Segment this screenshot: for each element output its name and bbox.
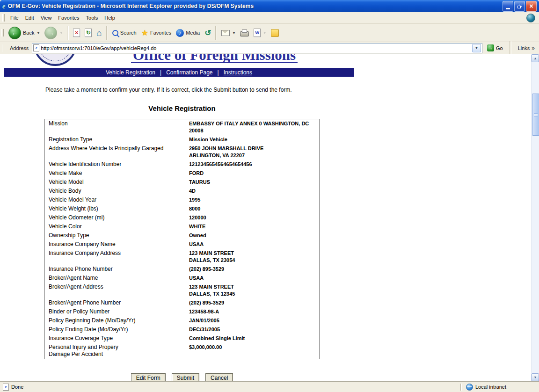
scroll-up-button[interactable]: ▲ <box>532 54 539 62</box>
history-button[interactable]: ↺ <box>202 28 213 38</box>
stop-button[interactable]: × <box>71 27 82 38</box>
menu-favorites[interactable]: Favorites <box>55 14 82 22</box>
field-row: Vehicle Odometer (mi)120000 <box>45 213 320 222</box>
links-label: Links <box>518 45 530 51</box>
field-label: Mission <box>45 119 188 136</box>
field-value: Mission Vehicle <box>187 135 320 144</box>
mail-dropdown-icon[interactable]: ▼ <box>232 31 235 35</box>
field-value: 1212345654564654654456 <box>187 160 320 169</box>
scrollbar-thumb[interactable] <box>532 94 539 136</box>
field-label: Vehicle Identification Number <box>45 160 188 169</box>
field-row: Vehicle Identification Number12123456545… <box>45 160 320 169</box>
nav-instructions-link[interactable]: Instructions <box>219 69 257 76</box>
close-button[interactable]: × <box>526 1 537 12</box>
security-zone-label: Local intranet <box>475 384 506 390</box>
menu-bar: File Edit View Favorites Tools Help <box>0 12 539 24</box>
field-value: 8000 <box>187 204 320 213</box>
window-title: OFM E-Gov: Vehicle Registration - Micros… <box>8 3 500 9</box>
mail-icon <box>221 30 230 36</box>
field-row: Policy Beginning Date (Mo/Day/Yr)JAN/01/… <box>45 316 320 325</box>
vertical-scrollbar[interactable]: ▲ ▼ <box>531 54 539 381</box>
field-row: Vehicle Weight (lbs)8000 <box>45 204 320 213</box>
field-label: Vehicle Weight (lbs) <box>45 204 188 213</box>
home-button[interactable]: ⌂ <box>94 27 104 39</box>
ofm-seal-logo <box>34 54 77 66</box>
restore-button[interactable] <box>514 1 525 12</box>
forward-button[interactable]: → ▼ <box>42 25 65 41</box>
field-value: 120000 <box>187 213 320 222</box>
word-icon: W <box>254 29 261 37</box>
submit-button[interactable]: Submit <box>172 373 199 381</box>
field-value: USAA <box>187 240 320 249</box>
field-row: Insurance Company NameUSAA <box>45 240 320 249</box>
links-bar[interactable]: Links » <box>515 45 538 51</box>
field-value: 2950 JOHN MARSHALL DRIVE ARLINGTON, VA 2… <box>187 144 320 160</box>
back-button[interactable]: ← Back ▼ <box>6 25 42 41</box>
print-button[interactable] <box>238 28 251 38</box>
favorites-star-icon: ★ <box>141 29 148 37</box>
refresh-button[interactable]: ↻ <box>82 27 94 38</box>
favorites-button[interactable]: ★ Favorites <box>139 28 174 38</box>
media-button[interactable]: ♪ Media <box>174 28 202 38</box>
status-bar: e Done Local intranet <box>0 381 539 392</box>
search-button[interactable]: Search <box>110 29 139 37</box>
refresh-icon: ↻ <box>85 29 92 37</box>
edit-with-word-button[interactable]: W ▼ <box>251 27 269 38</box>
window-controls: × <box>503 1 537 12</box>
confirmation-instructions: Please take a moment to confirm your ent… <box>45 87 531 93</box>
field-value: (202) 895-3529 <box>187 265 320 274</box>
browser-window: e OFM E-Gov: Vehicle Registration - Micr… <box>0 0 539 392</box>
restore-icon <box>517 4 522 8</box>
address-dropdown-button[interactable]: ▼ <box>472 44 481 52</box>
toolbar-grip-handle[interactable] <box>1 29 4 36</box>
favorites-label: Favorites <box>150 30 171 36</box>
address-combo: e ▼ <box>32 43 482 53</box>
mail-button[interactable]: ▼ <box>219 29 238 37</box>
menu-tools[interactable]: Tools <box>83 14 102 22</box>
page-content: Office of Foreign Missions Vehicle Regis… <box>0 54 531 381</box>
edit-form-button[interactable]: Edit Form <box>131 373 166 381</box>
field-value: DEC/31/2005 <box>187 325 320 334</box>
field-value: WHITE <box>187 222 320 231</box>
field-label: Vehicle Body <box>45 187 188 196</box>
field-row: Vehicle MakeFORD <box>45 169 320 178</box>
word-dropdown-icon: ▼ <box>263 31 266 35</box>
field-label: Vehicle Odometer (mi) <box>45 213 188 222</box>
stop-icon: × <box>73 29 80 37</box>
close-icon: × <box>529 2 533 10</box>
discuss-button[interactable] <box>269 28 281 38</box>
field-label: Insurance Phone Number <box>45 265 188 274</box>
links-chevron-icon[interactable]: » <box>532 45 535 51</box>
addressbar-grip-handle[interactable] <box>2 44 4 52</box>
nav-vehicle-registration[interactable]: Vehicle Registration <box>101 69 160 76</box>
field-row: Registration TypeMission Vehicle <box>45 135 320 144</box>
field-value: 4D <box>187 187 320 196</box>
field-label: Vehicle Make <box>45 169 188 178</box>
field-label: Broker/Agent Address <box>45 283 188 298</box>
go-button[interactable]: → Go <box>484 44 506 52</box>
site-banner: Office of Foreign Missions <box>0 54 531 68</box>
scroll-down-button[interactable]: ▼ <box>532 373 539 381</box>
print-icon <box>240 31 249 36</box>
menu-help[interactable]: Help <box>101 14 118 22</box>
cancel-button[interactable]: Cancel <box>205 373 233 381</box>
confirmation-table: MissionEMBASSY OF ITALY ANNEX 0 WASHINGT… <box>44 119 320 359</box>
menu-view[interactable]: View <box>37 14 55 22</box>
nav-confirmation-page[interactable]: Confirmation Page <box>161 69 217 76</box>
status-text: Done <box>11 384 23 390</box>
menu-edit[interactable]: Edit <box>22 14 37 22</box>
minimize-button[interactable] <box>503 1 513 12</box>
field-row: Broker/Agent NameUSAA <box>45 274 320 283</box>
field-value: USAA <box>187 274 320 283</box>
menu-file[interactable]: File <box>7 14 22 22</box>
menubar-grip-handle[interactable] <box>2 14 5 22</box>
toolbar-separator <box>215 26 217 40</box>
address-input[interactable] <box>41 44 471 52</box>
search-icon <box>112 30 118 36</box>
scrollbar-track[interactable] <box>532 62 539 373</box>
back-label: Back <box>23 30 34 36</box>
field-label: Registration Type <box>45 135 188 144</box>
field-label: Insurance Company Address <box>45 249 188 265</box>
back-dropdown-icon[interactable]: ▼ <box>36 31 40 35</box>
field-value: $3,000,000.00 <box>187 343 320 359</box>
